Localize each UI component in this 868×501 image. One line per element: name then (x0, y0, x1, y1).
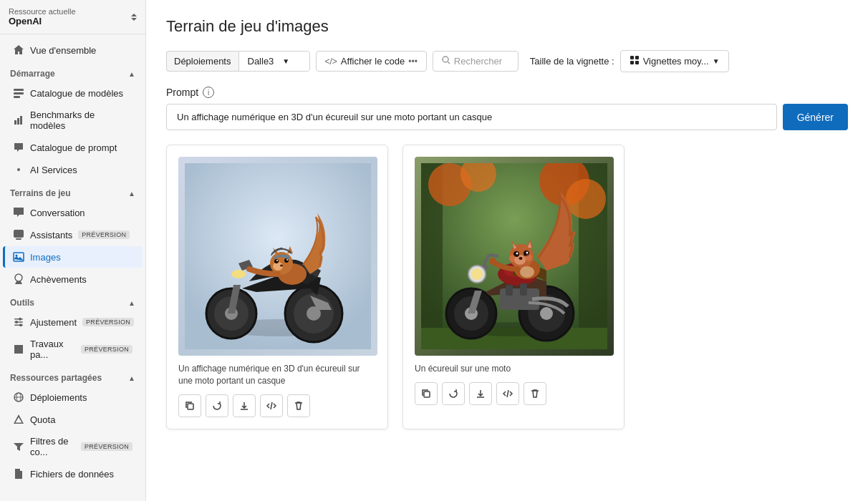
ai-services-label: AI Services (30, 165, 77, 175)
prompt-info-icon[interactable]: i (203, 87, 214, 98)
deployment-dropdown[interactable]: Dalle3 ▼ (238, 51, 310, 72)
download-btn-1[interactable] (233, 394, 256, 417)
svg-line-22 (448, 62, 450, 64)
code-btn-1[interactable] (260, 394, 283, 417)
sidebar-item-conversation[interactable]: Conversation (3, 202, 143, 223)
svg-rect-8 (16, 238, 21, 240)
catalogue-modeles-label: Catalogue de modèles (30, 88, 123, 99)
search-btn[interactable]: Rechercher (433, 51, 519, 72)
section-demarrage[interactable]: Démarrage ▲ (0, 62, 145, 82)
tasks-icon (13, 344, 24, 355)
tile-size-btn[interactable]: Vignettes moy... ▼ (620, 50, 729, 72)
quota-label: Quota (30, 414, 55, 425)
sidebar-item-catalogue-prompt[interactable]: Catalogue de prompt (3, 137, 143, 158)
ressources-collapse-icon: ▲ (128, 374, 135, 382)
main-content: Terrain de jeu d'images Déploiements Dal… (146, 0, 868, 501)
section-demarrage-label: Démarrage (10, 69, 55, 79)
code-icon: </> (325, 57, 337, 67)
svg-point-42 (286, 259, 288, 261)
fichiers-label: Fichiers de données (30, 469, 114, 480)
refresh-btn-1[interactable] (206, 394, 228, 417)
assistants-label: Assistants (30, 230, 72, 240)
view-code-label: Afficher le code (341, 56, 405, 67)
section-terrains-label: Terrains de jeu (10, 188, 70, 198)
svg-rect-5 (20, 116, 22, 125)
sidebar-item-vue-ensemble[interactable]: Vue d'ensemble (3, 39, 143, 61)
grid-icon (630, 55, 640, 67)
view-code-btn[interactable]: </> Afficher le code ••• (316, 51, 427, 72)
prompt-label-row: Prompt i (166, 87, 848, 98)
tune-icon (13, 316, 24, 328)
sidebar-item-assistants[interactable]: Assistants PRÉVERSION (3, 224, 143, 245)
section-outils-label: Outils (10, 298, 34, 308)
svg-point-79 (520, 266, 534, 278)
svg-rect-81 (424, 391, 430, 397)
benchmark-icon (13, 115, 24, 126)
svg-rect-44 (188, 404, 193, 409)
squirrel-motorcycle-1-svg (185, 163, 371, 349)
svg-rect-64 (520, 283, 527, 296)
catalog-icon (13, 87, 24, 99)
deployments-label: Déploiements (166, 51, 238, 72)
image-caption-1: Un affichage numérique en 3D d'un écureu… (178, 363, 376, 387)
deploy-icon (13, 391, 24, 403)
toolbar: Déploiements Dalle3 ▼ </> Afficher le co… (166, 50, 848, 72)
svg-point-43 (280, 265, 283, 267)
svg-point-13 (19, 318, 21, 321)
section-terrains[interactable]: Terrains de jeu ▲ (0, 181, 145, 201)
resource-selector[interactable]: Ressource actuelle OpenAI (0, 0, 145, 34)
main-area: Terrain de jeu d'images Déploiements Dal… (146, 0, 868, 501)
sidebar-item-travaux[interactable]: Travaux pa... PRÉVERSION (3, 334, 143, 365)
sidebar-item-ajustement[interactable]: Ajustement PRÉVERSION (3, 311, 143, 333)
svg-point-80 (489, 258, 496, 265)
chat-icon (13, 207, 24, 218)
svg-point-76 (519, 257, 523, 260)
svg-point-75 (526, 252, 529, 254)
svg-rect-0 (14, 89, 24, 91)
svg-rect-26 (635, 61, 639, 64)
svg-point-15 (15, 321, 18, 324)
sidebar-item-filtres[interactable]: Filtres de co... PRÉVERSION (3, 431, 143, 462)
delete-btn-2[interactable] (524, 382, 546, 405)
svg-point-39 (274, 259, 279, 263)
sidebar-item-fichiers[interactable]: Fichiers de données (3, 463, 143, 485)
filter-icon (13, 441, 24, 452)
copy-btn-2[interactable] (415, 382, 438, 405)
home-icon (13, 44, 24, 56)
sidebar-item-catalogue-modeles[interactable]: Catalogue de modèles (3, 82, 143, 104)
copy-btn-1[interactable] (178, 394, 201, 417)
image-card-2: Un écureuil sur une moto (402, 145, 625, 429)
delete-btn-1[interactable] (287, 394, 310, 417)
sidebar-item-achevements[interactable]: Achèvements (3, 268, 143, 290)
sidebar-item-ai-services[interactable]: AI Services (3, 159, 143, 180)
image-placeholder-1 (178, 157, 377, 356)
section-ressources[interactable]: Ressources partagées ▲ (0, 366, 145, 386)
generate-button[interactable]: Générer (783, 104, 848, 130)
sidebar-item-images[interactable]: Images (3, 246, 143, 268)
achievements-icon (13, 273, 24, 285)
ajustement-badge: PRÉVERSION (82, 318, 134, 326)
resource-chevron (131, 14, 137, 21)
sidebar-nav: Vue d'ensemble Démarrage ▲ Catalogue de … (0, 34, 145, 501)
code-btn-2[interactable] (496, 382, 519, 405)
tile-size-label: Taille de la vignette : (530, 56, 614, 67)
collapse-icon: ▲ (128, 70, 135, 78)
download-btn-2[interactable] (469, 382, 492, 405)
travaux-badge: PRÉVERSION (81, 345, 132, 354)
sidebar-item-quota[interactable]: Quota (3, 409, 143, 430)
svg-point-51 (566, 179, 606, 219)
refresh-btn-2[interactable] (442, 382, 465, 405)
sidebar-item-benchmarks[interactable]: Benchmarks de modèles (3, 104, 143, 136)
svg-line-66 (489, 255, 498, 256)
deployment-selector[interactable]: Déploiements Dalle3 ▼ (166, 51, 310, 72)
section-outils[interactable]: Outils ▲ (0, 291, 145, 311)
image-card-1: Un affichage numérique en 3D d'un écureu… (166, 145, 388, 429)
image-caption-2: Un écureuil sur une moto (415, 363, 612, 375)
sidebar-item-deploiements[interactable]: Déploiements (3, 386, 143, 408)
svg-rect-25 (630, 61, 634, 64)
prompt-input[interactable] (166, 104, 777, 130)
svg-point-77 (509, 255, 516, 262)
svg-rect-4 (17, 118, 19, 125)
tile-size-chevron: ▼ (713, 57, 720, 65)
sidebar: Ressource actuelle OpenAI Vue d'ensemble… (0, 0, 146, 501)
